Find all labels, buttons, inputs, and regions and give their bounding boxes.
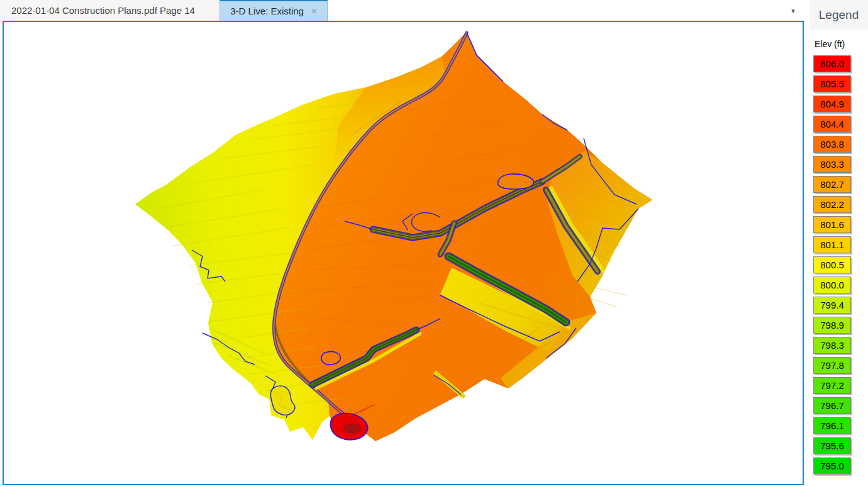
legend-title: Legend (819, 8, 859, 22)
legend-swatch[interactable]: 801.1 (813, 236, 851, 253)
legend-swatch[interactable]: 796.1 (813, 417, 851, 434)
legend-swatch[interactable]: 804.9 (813, 96, 851, 112)
terrain-3d-surface[interactable] (4, 22, 803, 484)
legend-swatch[interactable]: 802.7 (813, 176, 851, 193)
viewport-3d[interactable] (3, 21, 804, 485)
legend-swatch[interactable]: 798.9 (813, 317, 851, 334)
legend-swatch[interactable]: 797.8 (813, 357, 851, 374)
legend-panel: Legend Elev (ft) 806.0805.5804.9804.4803… (810, 0, 868, 487)
legend-swatch[interactable]: 806.0 (813, 55, 851, 72)
legend-swatch[interactable]: 800.0 (813, 276, 851, 293)
tab-close-icon[interactable]: × (311, 6, 317, 16)
legend-swatch[interactable]: 795.6 (813, 437, 851, 454)
tab-label: 3-D Live: Existing (230, 6, 304, 16)
tab-label: 2022-01-04 Construction Plans.pdf Page 1… (11, 5, 195, 16)
legend-swatch[interactable]: 805.5 (813, 75, 851, 92)
legend-swatch[interactable]: 803.3 (813, 156, 851, 173)
legend-swatch[interactable]: 804.4 (813, 116, 851, 133)
legend-swatch[interactable]: 800.5 (813, 256, 851, 273)
tab-3d-live-existing[interactable]: 3-D Live: Existing × (220, 0, 328, 21)
legend-swatch[interactable]: 796.7 (813, 397, 851, 414)
legend-swatch[interactable]: 801.6 (813, 216, 851, 233)
legend-swatch[interactable]: 799.4 (813, 297, 851, 314)
legend-swatch[interactable]: 795.0 (813, 457, 851, 474)
legend-header: Legend (810, 0, 868, 30)
tab-bar: 2022-01-04 Construction Plans.pdf Page 1… (0, 0, 810, 21)
tab-construction-plans[interactable]: 2022-01-04 Construction Plans.pdf Page 1… (0, 0, 220, 21)
legend-swatch[interactable]: 797.2 (813, 377, 851, 394)
legend-swatch[interactable]: 802.2 (813, 196, 851, 213)
legend-swatches: 806.0805.5804.9804.4803.8803.3802.7802.2… (810, 55, 868, 474)
elev-units-label: Elev (ft) (815, 39, 868, 49)
tab-list-caret-icon[interactable]: ▾ (788, 6, 798, 16)
legend-swatch[interactable]: 803.8 (813, 136, 851, 153)
legend-swatch[interactable]: 798.3 (813, 337, 851, 354)
